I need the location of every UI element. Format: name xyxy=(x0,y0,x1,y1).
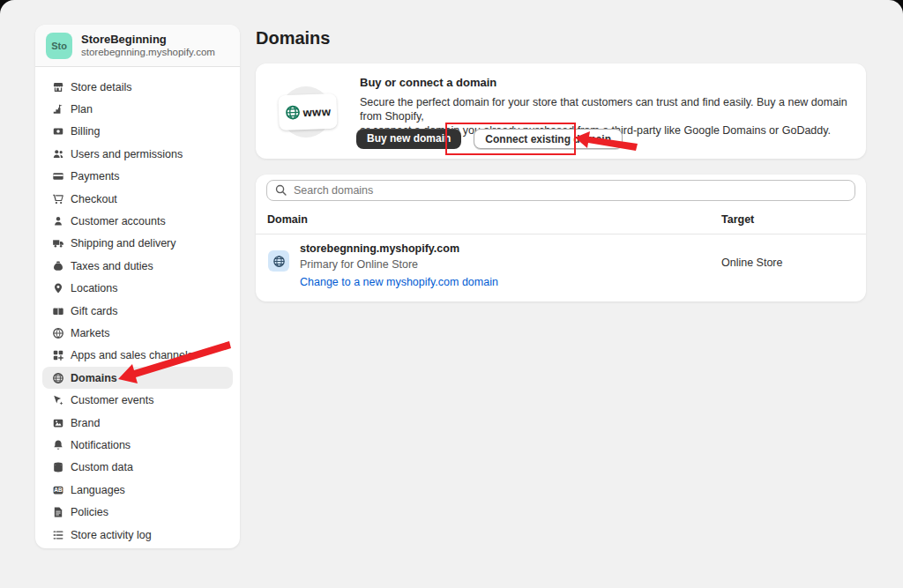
store-icon xyxy=(51,80,65,94)
sidebar-item-label: Custom data xyxy=(71,461,133,473)
sidebar-item-label: Gift cards xyxy=(71,305,118,317)
sidebar-item-brand[interactable]: Brand xyxy=(42,412,233,434)
sidebar-item-label: Store details xyxy=(71,81,131,93)
sidebar-item-label: Markets xyxy=(71,327,109,339)
search-domains-input[interactable] xyxy=(266,180,855,201)
checkout-icon xyxy=(51,192,65,206)
sidebar-item-payments[interactable]: Payments xyxy=(42,166,233,188)
customer-accounts-icon xyxy=(51,214,65,228)
policies-icon xyxy=(51,505,65,519)
sidebar-item-label: Billing xyxy=(71,125,100,138)
brand-icon xyxy=(51,416,65,430)
custom-data-icon xyxy=(51,460,65,474)
activity-log-icon xyxy=(51,528,65,542)
sidebar-item-label: Brand xyxy=(71,417,100,429)
sidebar-item-label: Store activity log xyxy=(71,529,152,541)
apps-icon xyxy=(51,348,65,362)
sidebar-item-custom-data[interactable]: Custom data xyxy=(42,457,233,479)
shopify-settings-window: Sto StoreBeginning storebegnning.myshopi… xyxy=(0,0,903,588)
sidebar-item-shipping-and-delivery[interactable]: Shipping and delivery xyxy=(42,233,233,255)
sidebar-item-label: Customer accounts xyxy=(71,215,166,227)
taxes-icon xyxy=(51,259,65,273)
sidebar-item-label: Checkout xyxy=(71,193,117,205)
domain-name: storebegnning.myshopify.com xyxy=(300,242,498,257)
settings-sidebar: Sto StoreBeginning storebegnning.myshopi… xyxy=(35,25,240,548)
search-icon xyxy=(274,183,287,197)
payments-icon xyxy=(51,169,65,183)
sidebar-item-customer-events[interactable]: Customer events xyxy=(42,389,233,411)
sidebar-item-apps-and-sales-channels[interactable]: Apps and sales channels xyxy=(42,345,233,367)
buy-new-domain-button[interactable]: Buy new domain xyxy=(356,129,461,149)
sidebar-item-label: Policies xyxy=(71,506,108,518)
sidebar-item-label: Plan xyxy=(71,103,93,115)
sidebar-item-notifications[interactable]: Notifications xyxy=(42,434,233,456)
sidebar-item-markets[interactable]: Markets xyxy=(42,322,233,344)
gift-cards-icon xyxy=(51,304,65,318)
table-header: Domain Target xyxy=(256,206,866,234)
sidebar-item-checkout[interactable]: Checkout xyxy=(42,188,233,210)
sidebar-item-plan[interactable]: Plan xyxy=(42,98,233,120)
sidebar-item-billing[interactable]: Billing xyxy=(42,121,233,143)
store-header[interactable]: Sto StoreBeginning storebegnning.myshopi… xyxy=(35,25,240,67)
shipping-icon xyxy=(51,236,65,250)
sidebar-item-locations[interactable]: Locations xyxy=(42,278,233,300)
sidebar-item-policies[interactable]: Policies xyxy=(42,501,233,523)
sidebar-item-domains[interactable]: Domains xyxy=(42,367,233,389)
sidebar-item-label: Locations xyxy=(71,282,118,294)
store-domain: storebegnning.myshopify.com xyxy=(81,46,215,58)
sidebar-item-label: Domains xyxy=(71,372,117,384)
buy-card-heading: Buy or connect a domain xyxy=(360,76,854,89)
sidebar-item-customer-accounts[interactable]: Customer accounts xyxy=(42,210,233,232)
www-label: www xyxy=(302,105,331,119)
sidebar-item-gift-cards[interactable]: Gift cards xyxy=(42,300,233,322)
store-name: StoreBeginning xyxy=(81,33,215,46)
store-avatar: Sto xyxy=(46,33,72,59)
sidebar-item-label: Customer events xyxy=(71,394,153,406)
sidebar-item-label: Notifications xyxy=(71,439,131,451)
column-header-domain: Domain xyxy=(267,213,308,226)
connect-existing-domain-button[interactable]: Connect existing domain xyxy=(474,129,623,149)
locations-icon xyxy=(51,281,65,295)
buy-or-connect-card: www Buy or connect a domain Secure the p… xyxy=(256,63,866,159)
sidebar-item-label: Shipping and delivery xyxy=(71,237,176,249)
www-globe-icon: www xyxy=(280,85,333,138)
markets-icon xyxy=(51,326,65,340)
sidebar-item-label: Taxes and duties xyxy=(71,260,153,272)
plan-icon xyxy=(51,102,65,116)
sidebar-item-label: Payments xyxy=(71,170,120,182)
change-domain-link[interactable]: Change to a new myshopify.com domain xyxy=(300,273,498,292)
sidebar-item-store-details[interactable]: Store details xyxy=(42,76,233,98)
settings-nav: Store detailsPlanBillingUsers and permis… xyxy=(35,67,240,546)
globe-badge-icon xyxy=(268,250,289,272)
domain-target: Online Store xyxy=(721,257,782,269)
sidebar-item-users-and-permissions[interactable]: Users and permissions xyxy=(42,143,233,165)
sidebar-item-store-activity-log[interactable]: Store activity log xyxy=(42,524,233,546)
users-icon xyxy=(51,147,65,161)
sidebar-item-taxes-and-duties[interactable]: Taxes and duties xyxy=(42,255,233,277)
svg-text:AB: AB xyxy=(54,487,63,493)
customer-events-icon xyxy=(51,393,65,407)
sidebar-item-label: Languages xyxy=(71,484,125,496)
table-row: storebegnning.myshopify.comPrimary for O… xyxy=(256,234,866,301)
sidebar-item-languages[interactable]: ABLanguages xyxy=(42,479,233,501)
column-header-target: Target xyxy=(721,213,754,226)
languages-icon: AB xyxy=(51,483,65,497)
domain-subtitle: Primary for Online Store xyxy=(300,257,498,273)
globe-green-icon xyxy=(284,104,301,121)
sidebar-item-label: Users and permissions xyxy=(71,148,183,160)
sidebar-item-label: Apps and sales channels xyxy=(71,349,193,361)
domains-list-card: Domain Target storebegnning.myshopify.co… xyxy=(256,175,866,301)
billing-icon xyxy=(51,124,65,138)
notifications-icon xyxy=(51,438,65,452)
domains-icon xyxy=(51,371,65,385)
page-title: Domains xyxy=(256,28,330,48)
